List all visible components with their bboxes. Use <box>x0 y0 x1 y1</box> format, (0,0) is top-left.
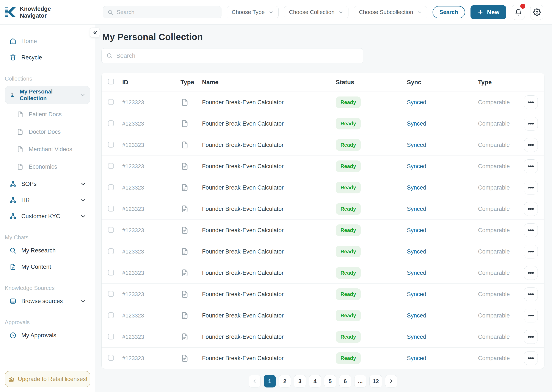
sidebar-item-label: HR <box>21 197 30 203</box>
row-actions-button[interactable] <box>524 309 538 322</box>
pagination-page-button[interactable]: 1 <box>264 375 276 387</box>
sidebar-item-hr[interactable]: HR <box>5 194 90 206</box>
ellipsis-icon <box>528 163 534 169</box>
chevron-down-icon <box>338 10 344 15</box>
pagination-page-button[interactable]: 4 <box>309 375 321 387</box>
row-checkbox[interactable] <box>108 291 114 297</box>
global-search-input[interactable] <box>117 9 217 15</box>
row-checkbox[interactable] <box>108 355 114 361</box>
row-type-icon-cell <box>180 183 202 192</box>
upgrade-button[interactable]: Upgrade to Retail licenses! <box>5 371 90 387</box>
row-checkbox[interactable] <box>108 120 114 126</box>
hub-icon <box>9 213 17 220</box>
row-id: #123323 <box>122 248 180 255</box>
row-actions-button[interactable] <box>524 159 538 173</box>
row-id: #123323 <box>122 142 180 148</box>
settings-button[interactable] <box>530 5 543 20</box>
sidebar: Knowledge Navigator Home Recycle Collect… <box>0 0 95 392</box>
pagination-page-button[interactable]: 6 <box>339 375 351 387</box>
row-actions-button[interactable] <box>524 287 538 301</box>
new-button[interactable]: New <box>471 5 507 19</box>
sidebar-item-merchant-videos[interactable]: Merchant Videos <box>5 143 90 155</box>
sidebar-item-label: Recycle <box>21 54 42 61</box>
choose-collection-dropdown[interactable]: Choose Collection <box>284 6 348 18</box>
row-name: Founder Break-Even Calculator <box>202 163 336 170</box>
sidebar-item-label: My Content <box>21 264 51 270</box>
row-checkbox[interactable] <box>108 227 114 233</box>
sidebar-item-my-content[interactable]: My Content <box>5 261 90 273</box>
app-root: Knowledge Navigator Home Recycle Collect… <box>0 0 552 392</box>
row-checkbox[interactable] <box>108 99 114 105</box>
status-badge: Ready <box>336 267 361 279</box>
row-type: Comparable <box>478 355 519 362</box>
my-chats-section-label: My Chats <box>5 234 90 241</box>
row-actions-button[interactable] <box>524 223 538 237</box>
collection-search-input[interactable] <box>116 52 358 59</box>
file-icon <box>17 163 24 170</box>
row-sync-status: Synced <box>407 227 478 234</box>
topbar: Choose Type Choose Collection Choose Sub… <box>95 0 552 25</box>
collections-section-label: Collections <box>5 75 90 82</box>
row-actions-button[interactable] <box>524 95 538 109</box>
sidebar-item-sops[interactable]: SOPs <box>5 178 90 190</box>
sidebar-item-my-research[interactable]: My Research <box>5 245 90 256</box>
sidebar-item-patient-docs[interactable]: Patient Docs <box>5 108 90 120</box>
search-button[interactable]: Search <box>433 6 465 18</box>
row-name: Founder Break-Even Calculator <box>202 291 336 298</box>
choose-subcollection-dropdown[interactable]: Choose Subcollection <box>354 6 427 18</box>
row-checkbox[interactable] <box>108 163 114 169</box>
sidebar-item-economics[interactable]: Economics <box>5 161 90 173</box>
knowledge-navigator-logo-icon <box>5 7 16 18</box>
pagination-page-button[interactable]: 3 <box>294 375 306 387</box>
row-name: Founder Break-Even Calculator <box>202 142 336 148</box>
row-checkbox[interactable] <box>108 312 114 318</box>
row-actions-button[interactable] <box>524 245 538 259</box>
chevron-right-icon <box>388 378 394 384</box>
row-checkbox[interactable] <box>108 206 114 211</box>
row-actions-button[interactable] <box>524 330 538 344</box>
ellipsis-icon <box>528 227 534 233</box>
file-text-icon <box>180 311 189 320</box>
row-id: #123323 <box>122 227 180 234</box>
row-type: Comparable <box>478 99 519 106</box>
notification-badge <box>520 4 525 9</box>
pagination-page-button[interactable]: 2 <box>279 375 291 387</box>
sidebar-item-customer-kyc[interactable]: Customer KYC <box>5 210 90 222</box>
row-actions-button[interactable] <box>524 351 538 365</box>
chevron-left-icon <box>252 378 258 384</box>
row-actions-button[interactable] <box>524 202 538 216</box>
row-checkbox[interactable] <box>108 184 114 190</box>
row-actions-button[interactable] <box>524 181 538 195</box>
sidebar-item-doctor-docs[interactable]: Doctor Docs <box>5 126 90 138</box>
notifications-button[interactable] <box>512 5 525 20</box>
pagination-page-button[interactable]: 5 <box>324 375 336 387</box>
pagination-ellipsis[interactable]: ... <box>354 375 366 387</box>
sidebar-item-my-approvals[interactable]: My Approvals <box>5 329 90 341</box>
row-checkbox[interactable] <box>108 270 114 275</box>
row-checkbox[interactable] <box>108 334 114 339</box>
row-checkbox[interactable] <box>108 248 114 254</box>
row-actions-button[interactable] <box>524 266 538 280</box>
document-icon <box>9 263 17 271</box>
pagination-next-button[interactable] <box>385 375 397 387</box>
pagination-prev-button[interactable] <box>249 375 261 387</box>
row-actions-button[interactable] <box>524 117 538 131</box>
content-area: My Personal Collection ID Type Name Stat… <box>95 25 552 392</box>
sidebar-item-my-personal-collection[interactable]: My Personal Collection <box>5 86 90 104</box>
chevron-down-icon <box>80 181 86 187</box>
file-text-icon <box>180 162 189 171</box>
row-checkbox[interactable] <box>108 142 114 147</box>
sidebar-item-recycle[interactable]: Recycle <box>5 52 90 63</box>
sidebar-item-browse-sources[interactable]: Browse sources <box>5 295 90 307</box>
sidebar-collapse-button[interactable] <box>90 28 100 38</box>
pagination-page-button[interactable]: 12 <box>369 375 382 387</box>
row-type-icon-cell <box>180 311 202 320</box>
column-header-sync: Sync <box>407 79 478 86</box>
row-type: Comparable <box>478 163 519 170</box>
select-all-checkbox[interactable] <box>108 79 114 84</box>
column-header-type: Type <box>180 79 202 86</box>
choose-type-dropdown[interactable]: Choose Type <box>227 6 279 18</box>
row-actions-button[interactable] <box>524 138 538 152</box>
sidebar-item-home[interactable]: Home <box>5 35 90 47</box>
search-icon <box>106 53 113 59</box>
